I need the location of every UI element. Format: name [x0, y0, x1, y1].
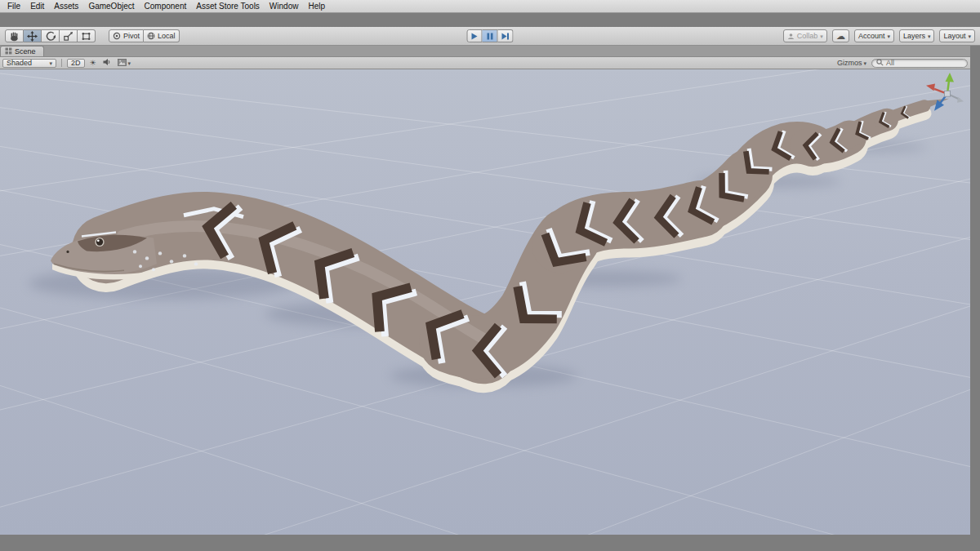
gizmo-x-axis-cone[interactable]	[926, 83, 935, 91]
right-frame-strip	[970, 46, 980, 535]
move-tool-button[interactable]	[24, 29, 42, 42]
search-icon	[876, 59, 884, 68]
chevron-down-icon: ▾	[49, 60, 52, 66]
menu-gameobject[interactable]: GameObject	[83, 0, 139, 12]
account-dropdown[interactable]: Account ▾	[854, 29, 894, 42]
gizmo-center-cube[interactable]	[945, 91, 951, 96]
effects-image-icon	[118, 59, 127, 68]
account-label: Account	[858, 32, 885, 40]
main-toolbar: Pivot Local	[0, 27, 980, 46]
sun-icon: ☀	[90, 59, 96, 67]
toolbar-right-group: Collab ▾ ☁ Account ▾ Layers ▾ Layout ▾	[783, 29, 975, 42]
collab-dropdown[interactable]: Collab ▾	[783, 29, 827, 42]
shading-mode-dropdown[interactable]: Shaded ▾	[2, 59, 56, 68]
tab-row: Scene	[0, 46, 970, 57]
cloud-button[interactable]: ☁	[832, 29, 849, 42]
layout-label: Layout	[943, 32, 965, 40]
layers-label: Layers	[903, 32, 925, 40]
chevron-down-icon: ▾	[863, 60, 866, 66]
menu-component[interactable]: Component	[140, 0, 192, 12]
chevron-down-icon: ▾	[128, 60, 131, 66]
scale-tool-icon	[63, 31, 74, 42]
bottom-frame-strip	[0, 535, 980, 551]
play-icon	[471, 33, 479, 40]
gizmos-dropdown[interactable]: Gizmos ▾	[835, 59, 868, 68]
layers-dropdown[interactable]: Layers ▾	[899, 29, 935, 42]
shading-mode-label: Shaded	[7, 59, 32, 67]
cloud-icon: ☁	[836, 32, 845, 41]
effects-dropdown-button[interactable]: ▾	[116, 59, 133, 68]
rect-tool-button[interactable]	[78, 29, 96, 42]
scene-toolbar: Shaded ▾ 2D ☀	[0, 57, 970, 69]
rotate-tool-button[interactable]	[42, 29, 60, 42]
chevron-down-icon: ▾	[968, 33, 971, 39]
tab-scene[interactable]: Scene	[0, 46, 44, 56]
scene-panel: Scene Shaded ▾ 2D ☀	[0, 46, 970, 535]
collab-label: Collab	[797, 32, 818, 40]
workspace: Scene Shaded ▾ 2D ☀	[0, 46, 980, 535]
snake-model	[51, 99, 949, 376]
play-controls	[467, 29, 514, 42]
scale-tool-button[interactable]	[60, 29, 78, 42]
play-button[interactable]	[467, 29, 483, 42]
pause-icon	[486, 33, 493, 40]
menu-bar: File Edit Assets GameObject Component As…	[0, 0, 980, 13]
local-button[interactable]: Local	[144, 29, 180, 42]
menu-asset-store-tools[interactable]: Asset Store Tools	[191, 0, 265, 12]
hand-tool-button[interactable]	[5, 29, 24, 42]
move-tool-icon	[27, 31, 38, 42]
scene-viewport[interactable]	[0, 69, 970, 535]
rotate-tool-icon	[45, 31, 56, 42]
search-filter-label: All	[886, 59, 894, 67]
lighting-toggle-button[interactable]: ☀	[88, 59, 98, 68]
menu-file[interactable]: File	[2, 0, 25, 12]
layout-dropdown[interactable]: Layout ▾	[939, 29, 975, 42]
scene-tab-label: Scene	[15, 47, 36, 56]
pivot-rotation-group: Pivot Local	[109, 29, 180, 42]
hand-tool-icon	[9, 31, 20, 42]
rect-tool-icon	[81, 31, 91, 42]
pivot-icon	[113, 32, 121, 40]
chevron-down-icon: ▾	[820, 33, 823, 39]
menu-assets[interactable]: Assets	[49, 0, 83, 12]
scene-search-input[interactable]: All	[871, 59, 968, 68]
step-icon	[501, 33, 510, 40]
2d-label: 2D	[71, 59, 81, 67]
collab-icon	[787, 33, 795, 40]
scene-tab-icon	[5, 47, 12, 56]
menu-edit[interactable]: Edit	[25, 0, 49, 12]
gizmos-label: Gizmos	[837, 59, 862, 67]
unity-editor-window: File Edit Assets GameObject Component As…	[0, 0, 980, 551]
window-title-gap	[0, 13, 980, 27]
transform-tools	[5, 29, 96, 42]
speaker-icon	[103, 58, 111, 68]
audio-toggle-button[interactable]	[101, 59, 113, 68]
pivot-label: Pivot	[123, 32, 140, 40]
pause-button[interactable]	[483, 29, 498, 42]
toggle-2d-button[interactable]: 2D	[67, 59, 85, 68]
menu-window[interactable]: Window	[265, 0, 304, 12]
divider	[61, 59, 62, 67]
pivot-button[interactable]: Pivot	[109, 29, 144, 42]
scene-render	[0, 69, 970, 535]
local-label: Local	[158, 32, 176, 40]
chevron-down-icon: ▾	[887, 33, 890, 39]
chevron-down-icon: ▾	[928, 33, 931, 39]
gizmo-y-axis-cone[interactable]	[946, 73, 955, 82]
step-button[interactable]	[498, 29, 514, 42]
globe-icon	[147, 32, 155, 40]
menu-help[interactable]: Help	[303, 0, 330, 12]
